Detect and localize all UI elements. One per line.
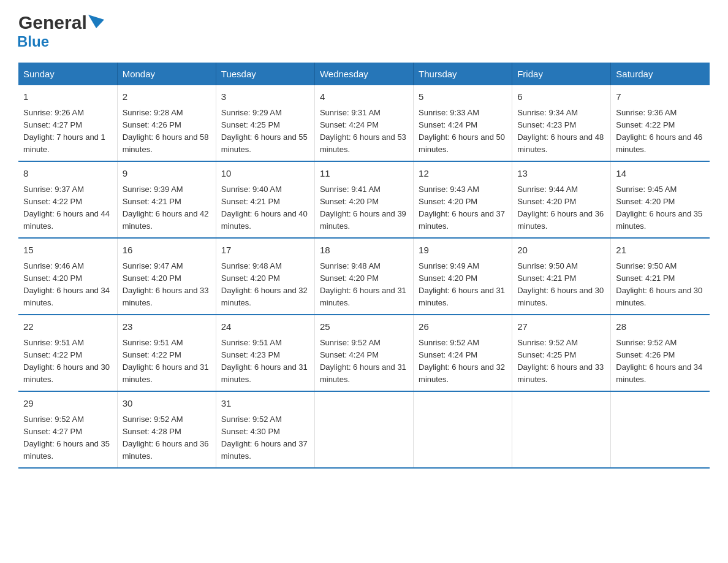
- day-number: 16: [123, 243, 211, 258]
- calendar-cell: 12Sunrise: 9:43 AMSunset: 4:20 PMDayligh…: [414, 161, 512, 238]
- calendar-cell: [414, 391, 512, 468]
- calendar-cell: 8Sunrise: 9:37 AMSunset: 4:22 PMDaylight…: [18, 161, 117, 238]
- day-info: Sunrise: 9:41 AMSunset: 4:20 PMDaylight:…: [320, 183, 408, 233]
- calendar-cell: 22Sunrise: 9:51 AMSunset: 4:22 PMDayligh…: [18, 315, 117, 391]
- weekday-header-saturday: Saturday: [611, 63, 710, 85]
- calendar-cell: 19Sunrise: 9:49 AMSunset: 4:20 PMDayligh…: [414, 238, 512, 315]
- day-number: 11: [320, 167, 408, 181]
- logo-general-text: General: [18, 12, 87, 33]
- week-row-1: 1Sunrise: 9:26 AMSunset: 4:27 PMDaylight…: [18, 85, 710, 161]
- day-number: 14: [616, 167, 705, 181]
- day-number: 31: [221, 397, 309, 411]
- day-number: 9: [123, 167, 211, 181]
- calendar-cell: 30Sunrise: 9:52 AMSunset: 4:28 PMDayligh…: [117, 391, 216, 468]
- day-info: Sunrise: 9:51 AMSunset: 4:22 PMDaylight:…: [23, 337, 112, 386]
- calendar-cell: 5Sunrise: 9:33 AMSunset: 4:24 PMDaylight…: [414, 85, 512, 161]
- day-number: 30: [123, 397, 211, 411]
- day-number: 6: [517, 90, 605, 104]
- day-info: Sunrise: 9:43 AMSunset: 4:20 PMDaylight:…: [419, 183, 507, 233]
- day-number: 28: [616, 320, 705, 334]
- day-number: 8: [23, 167, 112, 181]
- week-row-4: 22Sunrise: 9:51 AMSunset: 4:22 PMDayligh…: [18, 315, 710, 391]
- calendar-cell: 27Sunrise: 9:52 AMSunset: 4:25 PMDayligh…: [512, 315, 611, 391]
- calendar-cell: 25Sunrise: 9:52 AMSunset: 4:24 PMDayligh…: [314, 315, 413, 391]
- weekday-header-thursday: Thursday: [414, 63, 512, 85]
- calendar-cell: [611, 391, 710, 468]
- day-info: Sunrise: 9:51 AMSunset: 4:23 PMDaylight:…: [221, 337, 309, 386]
- day-number: 25: [320, 320, 408, 334]
- calendar-cell: [314, 391, 413, 468]
- calendar-cell: 1Sunrise: 9:26 AMSunset: 4:27 PMDaylight…: [18, 85, 117, 161]
- day-number: 12: [419, 167, 507, 181]
- day-number: 13: [517, 167, 605, 181]
- calendar-cell: 18Sunrise: 9:48 AMSunset: 4:20 PMDayligh…: [314, 238, 413, 315]
- day-number: 10: [221, 167, 309, 181]
- calendar-cell: 24Sunrise: 9:51 AMSunset: 4:23 PMDayligh…: [216, 315, 314, 391]
- day-info: Sunrise: 9:39 AMSunset: 4:21 PMDaylight:…: [123, 183, 211, 233]
- day-info: Sunrise: 9:47 AMSunset: 4:20 PMDaylight:…: [123, 260, 211, 310]
- day-info: Sunrise: 9:46 AMSunset: 4:20 PMDaylight:…: [23, 260, 112, 310]
- day-info: Sunrise: 9:37 AMSunset: 4:22 PMDaylight:…: [23, 183, 112, 233]
- day-info: Sunrise: 9:52 AMSunset: 4:28 PMDaylight:…: [123, 413, 211, 463]
- day-info: Sunrise: 9:48 AMSunset: 4:20 PMDaylight:…: [320, 260, 408, 310]
- day-info: Sunrise: 9:50 AMSunset: 4:21 PMDaylight:…: [616, 260, 705, 310]
- day-number: 3: [221, 90, 309, 104]
- day-info: Sunrise: 9:50 AMSunset: 4:21 PMDaylight:…: [517, 260, 605, 310]
- logo: General Blue: [18, 12, 104, 50]
- calendar-cell: 7Sunrise: 9:36 AMSunset: 4:22 PMDaylight…: [611, 85, 710, 161]
- day-number: 23: [123, 320, 211, 334]
- day-number: 4: [320, 90, 408, 104]
- day-info: Sunrise: 9:49 AMSunset: 4:20 PMDaylight:…: [419, 260, 507, 310]
- day-info: Sunrise: 9:52 AMSunset: 4:30 PMDaylight:…: [221, 413, 309, 463]
- logo-icon: [88, 15, 104, 28]
- day-info: Sunrise: 9:52 AMSunset: 4:25 PMDaylight:…: [517, 337, 605, 386]
- day-info: Sunrise: 9:51 AMSunset: 4:22 PMDaylight:…: [123, 337, 211, 386]
- day-info: Sunrise: 9:45 AMSunset: 4:20 PMDaylight:…: [616, 183, 705, 233]
- page-header: General Blue: [18, 12, 710, 50]
- weekday-header-row: SundayMondayTuesdayWednesdayThursdayFrid…: [18, 63, 710, 85]
- day-number: 5: [419, 90, 507, 104]
- day-info: Sunrise: 9:36 AMSunset: 4:22 PMDaylight:…: [616, 107, 705, 156]
- day-number: 29: [23, 397, 112, 411]
- day-info: Sunrise: 9:33 AMSunset: 4:24 PMDaylight:…: [419, 107, 507, 156]
- calendar-cell: 16Sunrise: 9:47 AMSunset: 4:20 PMDayligh…: [117, 238, 216, 315]
- day-number: 17: [221, 243, 309, 258]
- calendar-cell: 9Sunrise: 9:39 AMSunset: 4:21 PMDaylight…: [117, 161, 216, 238]
- day-info: Sunrise: 9:28 AMSunset: 4:26 PMDaylight:…: [123, 107, 211, 156]
- svg-marker-0: [88, 15, 104, 28]
- calendar-cell: 3Sunrise: 9:29 AMSunset: 4:25 PMDaylight…: [216, 85, 314, 161]
- day-number: 2: [123, 90, 211, 104]
- calendar-cell: 20Sunrise: 9:50 AMSunset: 4:21 PMDayligh…: [512, 238, 611, 315]
- day-number: 26: [419, 320, 507, 334]
- day-info: Sunrise: 9:52 AMSunset: 4:24 PMDaylight:…: [320, 337, 408, 386]
- day-number: 24: [221, 320, 309, 334]
- day-number: 20: [517, 243, 605, 258]
- calendar-cell: 28Sunrise: 9:52 AMSunset: 4:26 PMDayligh…: [611, 315, 710, 391]
- day-number: 27: [517, 320, 605, 334]
- day-info: Sunrise: 9:31 AMSunset: 4:24 PMDaylight:…: [320, 107, 408, 156]
- day-info: Sunrise: 9:26 AMSunset: 4:27 PMDaylight:…: [23, 107, 112, 156]
- calendar-cell: 23Sunrise: 9:51 AMSunset: 4:22 PMDayligh…: [117, 315, 216, 391]
- calendar-cell: 29Sunrise: 9:52 AMSunset: 4:27 PMDayligh…: [18, 391, 117, 468]
- calendar-cell: 10Sunrise: 9:40 AMSunset: 4:21 PMDayligh…: [216, 161, 314, 238]
- weekday-header-wednesday: Wednesday: [314, 63, 413, 85]
- day-number: 15: [23, 243, 112, 258]
- calendar-cell: 6Sunrise: 9:34 AMSunset: 4:23 PMDaylight…: [512, 85, 611, 161]
- week-row-3: 15Sunrise: 9:46 AMSunset: 4:20 PMDayligh…: [18, 238, 710, 315]
- calendar-cell: 15Sunrise: 9:46 AMSunset: 4:20 PMDayligh…: [18, 238, 117, 315]
- calendar-cell: 13Sunrise: 9:44 AMSunset: 4:20 PMDayligh…: [512, 161, 611, 238]
- day-number: 19: [419, 243, 507, 258]
- day-info: Sunrise: 9:48 AMSunset: 4:20 PMDaylight:…: [221, 260, 309, 310]
- day-info: Sunrise: 9:29 AMSunset: 4:25 PMDaylight:…: [221, 107, 309, 156]
- day-number: 7: [616, 90, 705, 104]
- day-info: Sunrise: 9:44 AMSunset: 4:20 PMDaylight:…: [517, 183, 605, 233]
- calendar-cell: 11Sunrise: 9:41 AMSunset: 4:20 PMDayligh…: [314, 161, 413, 238]
- calendar-cell: 26Sunrise: 9:52 AMSunset: 4:24 PMDayligh…: [414, 315, 512, 391]
- weekday-header-sunday: Sunday: [18, 63, 117, 85]
- logo-blue-text: Blue: [17, 33, 49, 50]
- day-info: Sunrise: 9:52 AMSunset: 4:24 PMDaylight:…: [419, 337, 507, 386]
- day-info: Sunrise: 9:52 AMSunset: 4:27 PMDaylight:…: [23, 413, 112, 463]
- calendar-cell: 4Sunrise: 9:31 AMSunset: 4:24 PMDaylight…: [314, 85, 413, 161]
- day-info: Sunrise: 9:52 AMSunset: 4:26 PMDaylight:…: [616, 337, 705, 386]
- calendar-cell: 2Sunrise: 9:28 AMSunset: 4:26 PMDaylight…: [117, 85, 216, 161]
